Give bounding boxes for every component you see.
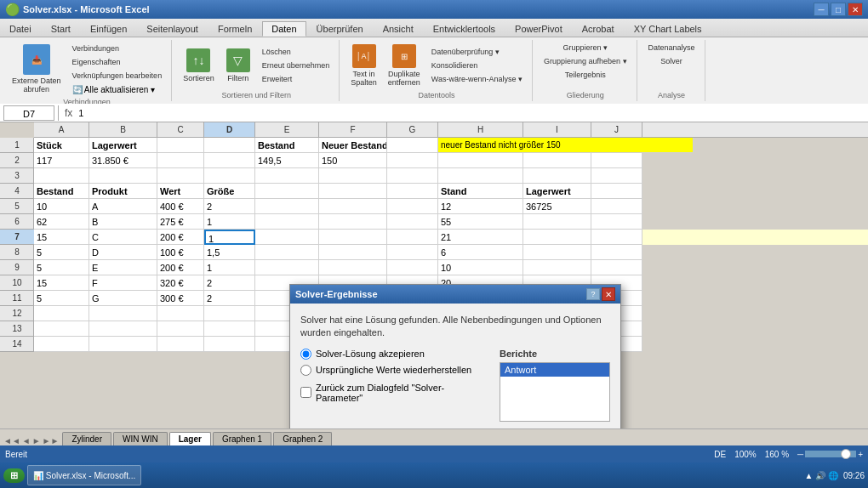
cell-f7[interactable]: [319, 230, 387, 245]
col-header-i[interactable]: I: [523, 122, 591, 137]
cell-a10[interactable]: 15: [34, 275, 89, 291]
cell-d14[interactable]: [204, 337, 255, 352]
sheet-nav-next[interactable]: ►: [32, 436, 41, 445]
btn-datenanalyse[interactable]: Datenanalyse: [644, 42, 700, 54]
col-header-h[interactable]: H: [438, 122, 523, 137]
cell-b14[interactable]: [89, 337, 157, 352]
btn-duplikate[interactable]: ⊞ Duplikateentfernen: [384, 42, 425, 89]
cell-h4[interactable]: Stand: [438, 184, 523, 199]
row-num-1[interactable]: 1: [0, 138, 34, 153]
sheet-tab-winwin[interactable]: WIN WIN: [113, 432, 168, 445]
cell-h6[interactable]: 55: [438, 214, 523, 230]
col-header-f[interactable]: F: [319, 122, 387, 137]
row-num-8[interactable]: 8: [0, 245, 34, 260]
cell-i9[interactable]: [523, 260, 591, 275]
cell-j5[interactable]: [591, 199, 642, 214]
cell-h3[interactable]: [438, 168, 523, 184]
col-header-j[interactable]: J: [591, 122, 642, 137]
tab-datei[interactable]: Datei: [0, 21, 41, 37]
cell-d7[interactable]: 1: [204, 230, 255, 245]
fx-icon[interactable]: fx: [62, 107, 75, 119]
cell-i8[interactable]: [523, 245, 591, 260]
cell-c2[interactable]: [157, 153, 204, 168]
minimize-button[interactable]: ─: [814, 3, 829, 16]
cell-c5[interactable]: 400 €: [157, 199, 204, 214]
cell-c3[interactable]: [157, 168, 204, 184]
maximize-button[interactable]: □: [831, 3, 846, 16]
reports-list[interactable]: Antwort: [500, 362, 610, 422]
col-header-e[interactable]: E: [255, 122, 319, 137]
cell-j6[interactable]: [591, 214, 642, 230]
btn-filtern[interactable]: ▽ Filtern: [222, 46, 254, 85]
cell-f1[interactable]: Neuer Bestand: [319, 138, 387, 153]
cell-e8[interactable]: [255, 245, 319, 260]
cell-b10[interactable]: F: [89, 275, 157, 291]
btn-erneut[interactable]: Erneut übernehmen: [258, 60, 334, 71]
btn-verknupfungen[interactable]: Verknüpfungen bearbeiten: [68, 70, 167, 82]
cell-b7[interactable]: C: [89, 230, 157, 245]
reports-item-antwort[interactable]: Antwort: [500, 363, 609, 377]
cell-d12[interactable]: [204, 306, 255, 321]
cell-c10[interactable]: 320 €: [157, 275, 204, 291]
cell-a13[interactable]: [34, 321, 89, 337]
cell-c4[interactable]: Wert: [157, 184, 204, 199]
cell-j7[interactable]: [591, 230, 642, 245]
cell-d6[interactable]: 1: [204, 214, 255, 230]
tab-acrobat[interactable]: Acrobat: [573, 21, 624, 37]
cell-i2[interactable]: [523, 153, 591, 168]
cell-c12[interactable]: [157, 306, 204, 321]
cell-a14[interactable]: [34, 337, 89, 352]
cell-c9[interactable]: 200 €: [157, 260, 204, 275]
dialog-help-button[interactable]: ?: [586, 288, 600, 300]
row-num-4[interactable]: 4: [0, 184, 34, 199]
cell-b9[interactable]: E: [89, 260, 157, 275]
dialog-radio-restore[interactable]: Ursprüngliche Werte wiederherstellen: [300, 365, 491, 376]
cell-f8[interactable]: [319, 245, 387, 260]
cell-a5[interactable]: 10: [34, 199, 89, 214]
tab-powerpivot[interactable]: PowerPivot: [505, 21, 572, 37]
taskbar-excel-btn[interactable]: 📊 Solver.xlsx - Microsoft...: [27, 465, 141, 485]
cell-a11[interactable]: 5: [34, 291, 89, 306]
sheet-tab-graphen1[interactable]: Graphen 1: [213, 432, 271, 445]
cell-f6[interactable]: [319, 214, 387, 230]
cell-f3[interactable]: [319, 168, 387, 184]
col-header-b[interactable]: B: [89, 122, 157, 137]
btn-gruppieren[interactable]: Gruppieren ▾: [559, 42, 613, 54]
cell-g1[interactable]: [387, 138, 438, 153]
cell-h5[interactable]: 12: [438, 199, 523, 214]
cell-i4[interactable]: Lagerwert: [523, 184, 591, 199]
btn-was-ware[interactable]: Was-wäre-wenn-Analyse ▾: [427, 73, 527, 85]
tab-formeln[interactable]: Formeln: [208, 21, 261, 37]
row-num-9[interactable]: 9: [0, 260, 34, 275]
cell-a9[interactable]: 5: [34, 260, 89, 275]
cell-reference-box[interactable]: D7: [3, 105, 54, 121]
cell-f2[interactable]: 150: [319, 153, 387, 168]
cell-e3[interactable]: [255, 168, 319, 184]
cell-e1[interactable]: Bestand: [255, 138, 319, 153]
cell-f9[interactable]: [319, 260, 387, 275]
btn-gruppierung-aufheben[interactable]: Gruppierung aufheben ▾: [540, 55, 631, 67]
row-num-10[interactable]: 10: [0, 275, 34, 291]
col-header-a[interactable]: A: [34, 122, 89, 137]
cell-h8[interactable]: 6: [438, 245, 523, 260]
cell-d5[interactable]: 2: [204, 199, 255, 214]
cell-a8[interactable]: 5: [34, 245, 89, 260]
cell-d13[interactable]: [204, 321, 255, 337]
cell-e7[interactable]: [255, 230, 319, 245]
cell-b4[interactable]: Produkt: [89, 184, 157, 199]
cell-b3[interactable]: [89, 168, 157, 184]
cell-c11[interactable]: 300 €: [157, 291, 204, 306]
btn-eigenschaften[interactable]: Eigenschaften: [68, 56, 167, 68]
cell-i7[interactable]: [523, 230, 591, 245]
tab-ansicht[interactable]: Ansicht: [374, 21, 423, 37]
btn-loschen[interactable]: Löschen: [258, 46, 334, 58]
row-num-5[interactable]: 5: [0, 199, 34, 214]
cell-b5[interactable]: A: [89, 199, 157, 214]
row-num-13[interactable]: 13: [0, 321, 34, 337]
cell-j3[interactable]: [591, 168, 642, 184]
zoom-controls[interactable]: ─ +: [797, 450, 863, 459]
btn-teilergebnis[interactable]: Teilergebnis: [561, 69, 610, 81]
btn-datenuberprufung[interactable]: Datenüberprüfung ▾: [427, 46, 527, 58]
cell-c1[interactable]: [157, 138, 204, 153]
cell-h1-note[interactable]: neuer Bestand nicht größer 150Bestand ni…: [438, 138, 694, 153]
